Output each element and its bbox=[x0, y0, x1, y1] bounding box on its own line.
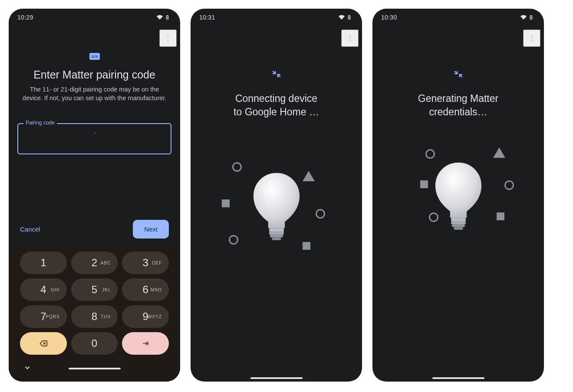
content-area: Generating Matter credentials… bbox=[372, 26, 544, 382]
keypad-0[interactable]: 0 bbox=[71, 332, 118, 355]
svg-point-11 bbox=[349, 35, 350, 36]
deco-square bbox=[420, 180, 428, 188]
connecting-arrows-icon bbox=[452, 69, 464, 81]
connecting-arrows-icon bbox=[270, 69, 283, 81]
code-badge-icon: 123 bbox=[89, 53, 100, 60]
keypad-2[interactable]: 2ABC bbox=[71, 252, 118, 274]
svg-point-2 bbox=[167, 35, 168, 36]
keypad-9[interactable]: 9WXYZ bbox=[122, 305, 169, 328]
content-area: 123 Enter Matter pairing code The 11- or… bbox=[9, 26, 180, 246]
home-indicator[interactable] bbox=[432, 377, 484, 379]
svg-rect-15 bbox=[269, 232, 284, 235]
tab-arrow-icon bbox=[140, 340, 151, 347]
svg-rect-26 bbox=[454, 227, 463, 230]
keypad-1[interactable]: 1 bbox=[20, 252, 67, 274]
wifi-icon bbox=[520, 14, 527, 20]
overflow-menu-button[interactable] bbox=[523, 29, 540, 47]
svg-point-22 bbox=[531, 40, 532, 41]
wifi-icon bbox=[156, 14, 163, 20]
input-cursor bbox=[95, 133, 96, 134]
svg-rect-23 bbox=[451, 218, 466, 222]
backspace-icon bbox=[38, 339, 49, 348]
status-bar: 10:31 bbox=[191, 9, 362, 26]
overflow-menu-button[interactable] bbox=[159, 29, 177, 47]
page-subtitle: The 11- or 21-digit pairing code may be … bbox=[17, 85, 171, 102]
bulb-illustration bbox=[216, 158, 337, 271]
keypad-6[interactable]: 6MNO bbox=[122, 278, 169, 301]
action-row: Cancel Next bbox=[17, 220, 171, 246]
deco-circle bbox=[232, 162, 242, 172]
home-indicator[interactable] bbox=[69, 368, 121, 369]
overflow-menu-button[interactable] bbox=[341, 29, 359, 47]
home-indicator[interactable] bbox=[250, 377, 303, 379]
svg-rect-16 bbox=[270, 235, 283, 237]
deco-circle bbox=[229, 235, 238, 245]
deco-square bbox=[497, 212, 504, 220]
keypad-7[interactable]: 7PQRS bbox=[20, 305, 67, 328]
status-time: 10:31 bbox=[199, 14, 215, 21]
next-button[interactable]: Next bbox=[133, 220, 169, 238]
numeric-keypad: 1 2ABC 3DEF 4GHI 5JKL 6MNO 7PQRS 8TUV 9W… bbox=[9, 246, 180, 382]
lightbulb-icon bbox=[435, 163, 482, 236]
svg-point-12 bbox=[349, 37, 350, 39]
battery-icon bbox=[529, 14, 533, 21]
status-icons bbox=[156, 14, 170, 21]
status-time: 10:30 bbox=[381, 14, 397, 21]
pairing-code-input[interactable] bbox=[17, 123, 171, 154]
svg-point-3 bbox=[167, 37, 168, 39]
page-title: Generating Matter credentials… bbox=[381, 92, 535, 119]
svg-rect-14 bbox=[269, 228, 284, 232]
svg-point-20 bbox=[531, 35, 532, 36]
svg-rect-17 bbox=[272, 238, 281, 240]
deco-circle bbox=[504, 180, 514, 190]
deco-triangle bbox=[493, 147, 505, 158]
chevron-down-icon[interactable] bbox=[23, 364, 31, 373]
cancel-button[interactable]: Cancel bbox=[20, 225, 40, 233]
battery-icon bbox=[165, 14, 170, 21]
svg-rect-24 bbox=[451, 222, 466, 224]
page-title: Enter Matter pairing code bbox=[33, 69, 155, 81]
content-area: Connecting device to Google Home … bbox=[191, 26, 362, 382]
keypad-enter[interactable] bbox=[122, 332, 169, 355]
bulb-illustration bbox=[398, 147, 519, 260]
deco-square bbox=[303, 242, 310, 250]
keypad-5[interactable]: 5JKL bbox=[71, 278, 118, 301]
deco-square bbox=[222, 199, 230, 207]
page-title: Connecting device to Google Home … bbox=[225, 92, 328, 119]
keypad-backspace[interactable] bbox=[20, 332, 67, 355]
keypad-3[interactable]: 3DEF bbox=[122, 252, 169, 274]
status-time: 10:29 bbox=[17, 14, 33, 21]
keypad-4[interactable]: 4GHI bbox=[20, 278, 67, 301]
svg-point-13 bbox=[349, 40, 350, 41]
phone-screen-1: 10:29 123 Enter Matter pairing code The … bbox=[9, 9, 180, 382]
svg-point-21 bbox=[531, 37, 532, 39]
lightbulb-icon bbox=[253, 173, 300, 247]
status-bar: 10:30 bbox=[372, 9, 544, 26]
status-bar: 10:29 bbox=[9, 9, 180, 26]
battery-icon bbox=[347, 14, 352, 21]
deco-triangle bbox=[303, 171, 315, 181]
deco-circle bbox=[425, 149, 435, 159]
keypad-bottom-bar bbox=[20, 359, 169, 378]
pairing-code-field-wrap: Pairing code bbox=[17, 123, 171, 154]
status-icons bbox=[338, 14, 352, 21]
svg-rect-25 bbox=[452, 224, 465, 227]
status-icons bbox=[520, 14, 533, 21]
phone-screen-3: 10:30 Generating Matter credentials… bbox=[372, 9, 544, 382]
pairing-code-label: Pairing code bbox=[23, 120, 57, 126]
keypad-8[interactable]: 8TUV bbox=[71, 305, 118, 328]
phone-screen-2: 10:31 Connecting device to Google Home … bbox=[191, 9, 362, 382]
svg-point-4 bbox=[167, 40, 168, 41]
deco-circle bbox=[316, 209, 325, 219]
wifi-icon bbox=[338, 14, 345, 20]
